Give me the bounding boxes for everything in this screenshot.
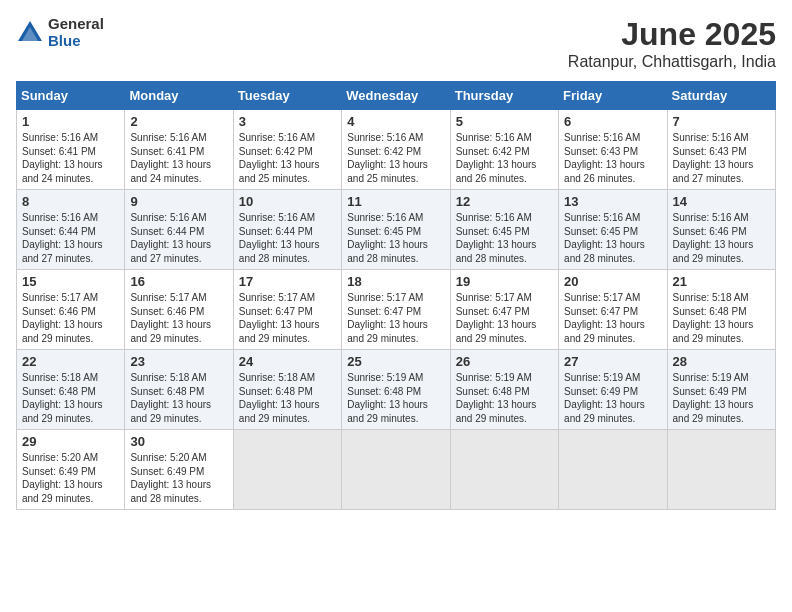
calendar-cell: 30Sunrise: 5:20 AM Sunset: 6:49 PM Dayli… — [125, 430, 233, 510]
day-info: Sunrise: 5:16 AM Sunset: 6:46 PM Dayligh… — [673, 211, 770, 265]
day-number: 4 — [347, 114, 444, 129]
calendar-cell: 10Sunrise: 5:16 AM Sunset: 6:44 PM Dayli… — [233, 190, 341, 270]
day-number: 17 — [239, 274, 336, 289]
calendar-cell: 4Sunrise: 5:16 AM Sunset: 6:42 PM Daylig… — [342, 110, 450, 190]
calendar-cell: 13Sunrise: 5:16 AM Sunset: 6:45 PM Dayli… — [559, 190, 667, 270]
header-tuesday: Tuesday — [233, 82, 341, 110]
day-info: Sunrise: 5:16 AM Sunset: 6:41 PM Dayligh… — [130, 131, 227, 185]
calendar-cell: 9Sunrise: 5:16 AM Sunset: 6:44 PM Daylig… — [125, 190, 233, 270]
day-number: 6 — [564, 114, 661, 129]
calendar-cell: 18Sunrise: 5:17 AM Sunset: 6:47 PM Dayli… — [342, 270, 450, 350]
calendar-cell: 15Sunrise: 5:17 AM Sunset: 6:46 PM Dayli… — [17, 270, 125, 350]
calendar: SundayMondayTuesdayWednesdayThursdayFrid… — [16, 81, 776, 510]
day-number: 11 — [347, 194, 444, 209]
calendar-week-row: 22Sunrise: 5:18 AM Sunset: 6:48 PM Dayli… — [17, 350, 776, 430]
calendar-week-row: 15Sunrise: 5:17 AM Sunset: 6:46 PM Dayli… — [17, 270, 776, 350]
day-number: 5 — [456, 114, 553, 129]
day-info: Sunrise: 5:16 AM Sunset: 6:43 PM Dayligh… — [673, 131, 770, 185]
day-info: Sunrise: 5:17 AM Sunset: 6:47 PM Dayligh… — [564, 291, 661, 345]
day-number: 30 — [130, 434, 227, 449]
day-number: 25 — [347, 354, 444, 369]
day-number: 28 — [673, 354, 770, 369]
calendar-week-row: 8Sunrise: 5:16 AM Sunset: 6:44 PM Daylig… — [17, 190, 776, 270]
day-number: 14 — [673, 194, 770, 209]
day-number: 15 — [22, 274, 119, 289]
day-info: Sunrise: 5:16 AM Sunset: 6:45 PM Dayligh… — [456, 211, 553, 265]
calendar-cell: 7Sunrise: 5:16 AM Sunset: 6:43 PM Daylig… — [667, 110, 775, 190]
day-info: Sunrise: 5:16 AM Sunset: 6:41 PM Dayligh… — [22, 131, 119, 185]
day-info: Sunrise: 5:19 AM Sunset: 6:49 PM Dayligh… — [564, 371, 661, 425]
header-thursday: Thursday — [450, 82, 558, 110]
month-title: June 2025 — [568, 16, 776, 53]
day-info: Sunrise: 5:18 AM Sunset: 6:48 PM Dayligh… — [239, 371, 336, 425]
calendar-cell: 14Sunrise: 5:16 AM Sunset: 6:46 PM Dayli… — [667, 190, 775, 270]
header-monday: Monday — [125, 82, 233, 110]
day-info: Sunrise: 5:16 AM Sunset: 6:44 PM Dayligh… — [239, 211, 336, 265]
day-number: 8 — [22, 194, 119, 209]
day-info: Sunrise: 5:17 AM Sunset: 6:47 PM Dayligh… — [456, 291, 553, 345]
day-info: Sunrise: 5:16 AM Sunset: 6:42 PM Dayligh… — [347, 131, 444, 185]
day-number: 23 — [130, 354, 227, 369]
day-info: Sunrise: 5:16 AM Sunset: 6:44 PM Dayligh… — [22, 211, 119, 265]
day-number: 16 — [130, 274, 227, 289]
calendar-cell: 24Sunrise: 5:18 AM Sunset: 6:48 PM Dayli… — [233, 350, 341, 430]
day-number: 18 — [347, 274, 444, 289]
calendar-cell: 16Sunrise: 5:17 AM Sunset: 6:46 PM Dayli… — [125, 270, 233, 350]
day-info: Sunrise: 5:19 AM Sunset: 6:48 PM Dayligh… — [456, 371, 553, 425]
calendar-cell: 20Sunrise: 5:17 AM Sunset: 6:47 PM Dayli… — [559, 270, 667, 350]
day-info: Sunrise: 5:19 AM Sunset: 6:48 PM Dayligh… — [347, 371, 444, 425]
day-number: 19 — [456, 274, 553, 289]
day-number: 2 — [130, 114, 227, 129]
day-info: Sunrise: 5:16 AM Sunset: 6:45 PM Dayligh… — [564, 211, 661, 265]
logo-text: General Blue — [48, 16, 104, 49]
day-info: Sunrise: 5:17 AM Sunset: 6:47 PM Dayligh… — [347, 291, 444, 345]
calendar-cell: 3Sunrise: 5:16 AM Sunset: 6:42 PM Daylig… — [233, 110, 341, 190]
day-number: 10 — [239, 194, 336, 209]
day-number: 24 — [239, 354, 336, 369]
calendar-cell — [667, 430, 775, 510]
day-info: Sunrise: 5:20 AM Sunset: 6:49 PM Dayligh… — [22, 451, 119, 505]
day-number: 27 — [564, 354, 661, 369]
calendar-cell — [559, 430, 667, 510]
calendar-cell — [342, 430, 450, 510]
calendar-week-row: 1Sunrise: 5:16 AM Sunset: 6:41 PM Daylig… — [17, 110, 776, 190]
day-number: 3 — [239, 114, 336, 129]
calendar-cell: 27Sunrise: 5:19 AM Sunset: 6:49 PM Dayli… — [559, 350, 667, 430]
calendar-cell: 21Sunrise: 5:18 AM Sunset: 6:48 PM Dayli… — [667, 270, 775, 350]
calendar-cell: 5Sunrise: 5:16 AM Sunset: 6:42 PM Daylig… — [450, 110, 558, 190]
calendar-cell: 6Sunrise: 5:16 AM Sunset: 6:43 PM Daylig… — [559, 110, 667, 190]
day-info: Sunrise: 5:18 AM Sunset: 6:48 PM Dayligh… — [673, 291, 770, 345]
day-number: 20 — [564, 274, 661, 289]
logo-icon — [16, 19, 44, 47]
calendar-cell: 19Sunrise: 5:17 AM Sunset: 6:47 PM Dayli… — [450, 270, 558, 350]
day-number: 7 — [673, 114, 770, 129]
header: General Blue June 2025 Ratanpur, Chhatti… — [16, 16, 776, 71]
day-number: 29 — [22, 434, 119, 449]
day-info: Sunrise: 5:16 AM Sunset: 6:43 PM Dayligh… — [564, 131, 661, 185]
day-info: Sunrise: 5:18 AM Sunset: 6:48 PM Dayligh… — [22, 371, 119, 425]
calendar-cell — [233, 430, 341, 510]
calendar-cell: 11Sunrise: 5:16 AM Sunset: 6:45 PM Dayli… — [342, 190, 450, 270]
calendar-cell: 8Sunrise: 5:16 AM Sunset: 6:44 PM Daylig… — [17, 190, 125, 270]
day-number: 13 — [564, 194, 661, 209]
calendar-cell: 28Sunrise: 5:19 AM Sunset: 6:49 PM Dayli… — [667, 350, 775, 430]
day-info: Sunrise: 5:19 AM Sunset: 6:49 PM Dayligh… — [673, 371, 770, 425]
title-area: June 2025 Ratanpur, Chhattisgarh, India — [568, 16, 776, 71]
calendar-cell: 25Sunrise: 5:19 AM Sunset: 6:48 PM Dayli… — [342, 350, 450, 430]
calendar-cell: 12Sunrise: 5:16 AM Sunset: 6:45 PM Dayli… — [450, 190, 558, 270]
day-info: Sunrise: 5:16 AM Sunset: 6:42 PM Dayligh… — [239, 131, 336, 185]
day-info: Sunrise: 5:17 AM Sunset: 6:47 PM Dayligh… — [239, 291, 336, 345]
calendar-cell: 22Sunrise: 5:18 AM Sunset: 6:48 PM Dayli… — [17, 350, 125, 430]
calendar-cell: 26Sunrise: 5:19 AM Sunset: 6:48 PM Dayli… — [450, 350, 558, 430]
day-info: Sunrise: 5:16 AM Sunset: 6:45 PM Dayligh… — [347, 211, 444, 265]
day-info: Sunrise: 5:18 AM Sunset: 6:48 PM Dayligh… — [130, 371, 227, 425]
calendar-cell — [450, 430, 558, 510]
calendar-cell: 29Sunrise: 5:20 AM Sunset: 6:49 PM Dayli… — [17, 430, 125, 510]
day-number: 26 — [456, 354, 553, 369]
calendar-header-row: SundayMondayTuesdayWednesdayThursdayFrid… — [17, 82, 776, 110]
logo: General Blue — [16, 16, 104, 49]
calendar-cell: 23Sunrise: 5:18 AM Sunset: 6:48 PM Dayli… — [125, 350, 233, 430]
day-number: 12 — [456, 194, 553, 209]
header-friday: Friday — [559, 82, 667, 110]
day-number: 9 — [130, 194, 227, 209]
